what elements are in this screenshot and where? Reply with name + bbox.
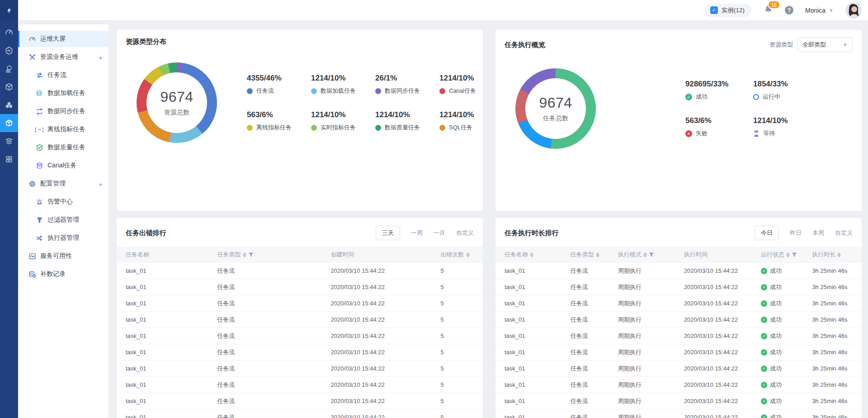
col-create-time: 创建时间: [322, 251, 432, 259]
sort-icon[interactable]: [786, 252, 790, 257]
legend-dot: [311, 125, 317, 131]
donut-total-value: 9674: [160, 89, 193, 105]
table-row: task_01任务流周期执行2020/03/10 15:44:22✓成功3h 2…: [495, 409, 862, 418]
table-cell: 3h 25min 46s: [803, 332, 862, 339]
lightning-logo-icon: [5, 6, 14, 15]
sidebar-item-label: 数据加载任务: [47, 89, 85, 97]
rail-item-server[interactable]: [0, 150, 18, 168]
notification-bell[interactable]: 18: [764, 5, 773, 16]
table-cell: 任务流: [561, 397, 609, 405]
filter-funnel-icon[interactable]: [649, 252, 654, 257]
filter-one-month[interactable]: 一月: [434, 229, 445, 237]
rail-item-ops-screen[interactable]: [0, 114, 18, 132]
user-menu[interactable]: Monica ▼: [805, 7, 834, 14]
success-check-icon: ✓: [761, 349, 767, 356]
table-cell: ✓成功: [752, 267, 803, 275]
table-row: task_01任务流2020/03/10 15:44:225: [117, 409, 483, 418]
rail-item-cluster[interactable]: [0, 96, 18, 114]
sort-icon[interactable]: [466, 252, 470, 257]
table-cell: 2020/03/10 15:44:22: [322, 414, 432, 418]
chevron-up-icon[interactable]: ▲: [98, 55, 103, 60]
table-cell: 2020/03/10 15:44:22: [675, 365, 752, 372]
sidebar-item-task-flow[interactable]: 任务流: [18, 66, 108, 84]
sort-icon[interactable]: [243, 252, 246, 257]
sidebar-item-service-availability[interactable]: 服务可用性: [18, 247, 108, 265]
table-cell: 任务流: [208, 316, 322, 324]
resource-type-label: 资源类型: [769, 41, 793, 49]
time-filter-group: 今日 昨日 本周 自定义: [755, 226, 853, 240]
success-check-icon: ✓: [761, 414, 767, 418]
resource-type-select[interactable]: 全部类型 ▼: [797, 38, 853, 52]
table-cell: 2020/03/10 15:44:22: [322, 332, 432, 339]
help-icon[interactable]: ?: [785, 6, 793, 14]
filter-yesterday[interactable]: 昨日: [790, 229, 802, 237]
filter-one-week[interactable]: 一周: [411, 229, 423, 237]
legend-item: 1214/10% Canal任务: [439, 74, 483, 95]
table-cell: task_01: [117, 365, 208, 372]
sync-icon: [35, 107, 43, 115]
sort-icon[interactable]: [837, 252, 841, 257]
legend-item: 563/6% ×失败: [685, 116, 753, 138]
hourglass-icon: [753, 130, 760, 137]
success-check-icon: ✓: [761, 268, 767, 274]
sidebar-item-executor-mgmt[interactable]: 执行器管理: [18, 229, 108, 247]
sidebar-item-offline-metric[interactable]: {~} 离线指标任务: [18, 120, 108, 138]
filter-funnel-icon[interactable]: [248, 252, 254, 257]
sidebar-item-ops-screen[interactable]: 运维大屏: [18, 31, 108, 47]
rail-item-layers[interactable]: [0, 132, 18, 150]
sidebar-item-data-load[interactable]: 数据加载任务: [18, 84, 108, 102]
resource-distribution-card: 资源类型分布 9674 资源总数 4355/46% 任务流: [117, 30, 483, 211]
table-cell: 周期执行: [609, 348, 675, 356]
table-cell: 5: [432, 381, 483, 388]
circles-cluster-icon: [5, 100, 14, 109]
table-cell: 2020/03/10 15:44:22: [322, 284, 432, 290]
table-cell: 5: [432, 267, 483, 274]
sidebar-item-data-quality[interactable]: 数据质量任务: [18, 138, 108, 157]
sort-icon[interactable]: [643, 252, 647, 257]
instance-button[interactable]: ✓ 实例(12): [705, 4, 752, 17]
table-cell: ✓成功: [752, 365, 803, 373]
sidebar-item-data-sync[interactable]: 数据同步任务: [18, 102, 108, 120]
filter-today[interactable]: 今日: [755, 226, 779, 240]
rail-item-dashboard[interactable]: [0, 24, 18, 42]
sidebar-item-alert-center[interactable]: 告警中心: [18, 193, 108, 211]
filter-custom[interactable]: 自定义: [456, 229, 474, 237]
sidebar-item-label: 告警中心: [47, 198, 73, 206]
table-cell: ✓成功: [752, 397, 803, 405]
rail-item-monitor[interactable]: [0, 42, 18, 60]
sort-icon[interactable]: [596, 252, 599, 257]
sidebar-item-label: 数据质量任务: [47, 143, 85, 152]
sidebar-item-backfill-records[interactable]: 补数记录: [18, 265, 108, 283]
table-cell: 5: [432, 284, 483, 290]
layers-icon: [5, 137, 14, 146]
table-cell: ✓成功: [752, 348, 803, 356]
sidebar-item-canal-task[interactable]: Canal任务: [18, 157, 108, 175]
sidebar-item-filter-mgmt[interactable]: 过滤器管理: [18, 211, 108, 229]
filter-funnel-icon[interactable]: [792, 252, 797, 257]
database-load-icon: [35, 89, 43, 97]
gauge-icon: [28, 35, 36, 43]
sort-icon[interactable]: [530, 252, 533, 257]
table-cell: 任务流: [561, 381, 609, 389]
filter-this-week[interactable]: 本周: [812, 229, 824, 237]
avatar[interactable]: [845, 2, 862, 19]
table-cell: ✓成功: [752, 283, 803, 291]
filter-custom[interactable]: 自定义: [835, 229, 853, 237]
sidebar-group-resource-ops[interactable]: 资源业务运维 ▲: [18, 48, 108, 66]
legend-item: 928695/33% ✓成功: [685, 80, 753, 101]
table-cell: 5: [432, 349, 483, 356]
filter-three-days[interactable]: 三天: [376, 226, 400, 240]
rail-item-cube[interactable]: [0, 78, 18, 96]
sidebar-group-config[interactable]: 配置管理 ▲: [18, 175, 108, 193]
instance-label: 实例(12): [722, 6, 745, 14]
col-task-type: 任务类型: [561, 251, 609, 259]
table-cell: 任务流: [208, 365, 322, 373]
table-cell: task_01: [117, 316, 208, 323]
chevron-up-icon[interactable]: ▲: [98, 181, 103, 186]
user-name: Monica: [805, 7, 826, 14]
rail-item-ai[interactable]: [0, 60, 18, 78]
table-cell: 任务流: [561, 413, 609, 418]
success-check-icon: ✓: [761, 300, 767, 307]
table-cell: 任务流: [561, 365, 609, 373]
gauge-icon: [5, 28, 14, 37]
